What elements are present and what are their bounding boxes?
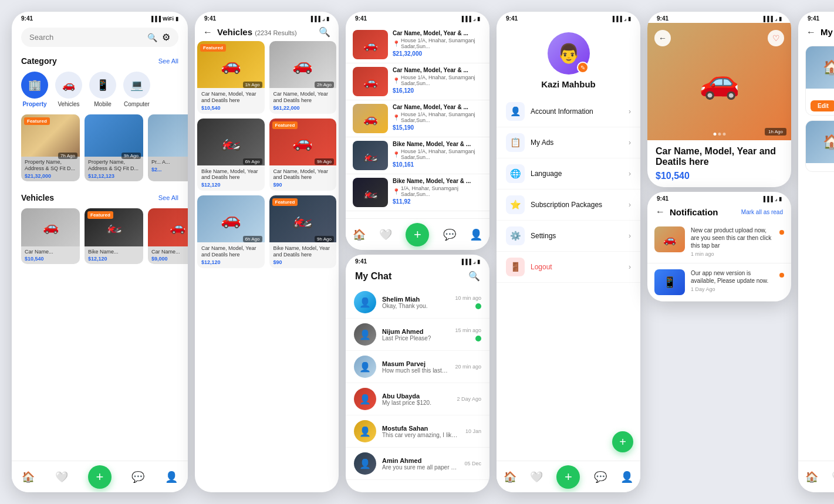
detail-car-price: $10,540: [656, 171, 783, 181]
notif-dot-2: [779, 273, 784, 278]
nav-heart-3[interactable]: 🤍: [379, 228, 392, 241]
cat-mobile[interactable]: 📱 Mobile: [89, 72, 116, 107]
phone-chat: 9:41 ▐▐▐ ⌟ ▮ My Chat 🔍 👤 Shelim Miah Oka…: [346, 255, 489, 492]
category-see-all[interactable]: See All: [158, 57, 178, 65]
chat-time-2: 15 min ago: [455, 327, 481, 333]
nav-profile-4[interactable]: 👤: [620, 471, 633, 483]
vgrid-time-4: 9h Ago: [315, 158, 334, 165]
featured-badge-1: Featured: [24, 117, 50, 125]
ad-item-2[interactable]: 🚗 Car Name, Model, Year & ... 📍 House 1/…: [346, 63, 489, 100]
menu-logout[interactable]: 🚪 Logout ›: [497, 252, 640, 283]
ad-item-5[interactable]: 🏍️ Bike Name, Model, Year & ... 📍 1/A, H…: [346, 174, 489, 211]
vehicle-price-3: $9,000: [151, 256, 188, 262]
chat-avatar-1: 👤: [354, 291, 376, 313]
time-5: 9:41: [657, 15, 668, 22]
vehicle-img-3: 🚗: [148, 208, 188, 246]
vgrid-item-5[interactable]: 🚗 6h Ago Car Name, Model, Year and Deati…: [197, 195, 265, 268]
vehicle-item-2[interactable]: 🏍️ Featured Bike Name... $12,120: [85, 208, 143, 265]
ad-location-1: 📍 House 1/A, Hnahar, Sunamganj Sadar,Sun…: [393, 38, 482, 49]
chat-item-2[interactable]: 👤 Nijum Ahmed Last Price Please? 15 min …: [346, 319, 489, 351]
nav-chat[interactable]: 💬: [131, 471, 144, 483]
mark-all-read[interactable]: Mark all as read: [741, 209, 783, 215]
nav-add-fab-4[interactable]: +: [556, 465, 580, 489]
chat-item-5[interactable]: 👤 Mostufa Sahan This car very amazing, I…: [346, 415, 489, 448]
nav-chat-4[interactable]: 💬: [594, 471, 607, 483]
nav-chat-3[interactable]: 💬: [443, 228, 456, 241]
search-icon[interactable]: 🔍: [147, 33, 157, 42]
wifi-notif: ⌟: [775, 196, 777, 202]
nav-home-3[interactable]: 🏠: [353, 228, 366, 241]
vehicles-search-icon[interactable]: 🔍: [319, 26, 330, 38]
vehicles-see-all[interactable]: See All: [158, 194, 178, 201]
my-ads-card-2[interactable]: 🏠 House Name, SQ Fit a... 📍 House No 1/A…: [805, 120, 834, 172]
vgrid-item-6[interactable]: 🏍️ Featured 9h Ago Bike Name, Model, Yea…: [269, 195, 337, 268]
featured-item-3[interactable]: Pr... A... $2...: [148, 114, 188, 181]
notif-item-1[interactable]: 🚗 New car product upload now, are you se…: [647, 221, 791, 263]
vehicle-item-1[interactable]: 🚗 Car Name... $10,540: [21, 208, 80, 265]
ad-item-3[interactable]: 🚗 Car Name, Model, Year & ... 📍 House 1/…: [346, 100, 489, 137]
dot-3: [722, 133, 725, 136]
cat-vehicles[interactable]: 🚗 Vehicles: [55, 72, 82, 107]
menu-account-info[interactable]: 👤 Account Information ›: [497, 96, 640, 127]
search-input[interactable]: [29, 33, 143, 42]
language-icon: 🌐: [506, 164, 525, 183]
vgrid-item-2[interactable]: 🚗 2h Ago Car Name, Model, Year and Deati…: [269, 41, 337, 114]
cat-computer[interactable]: 💻 Computer: [123, 72, 150, 107]
chat-item-6[interactable]: 👤 Amin Ahmed Are you sure me all paper o…: [346, 448, 489, 480]
nav-heart-6[interactable]: 🤍: [832, 471, 834, 483]
car-detail-hero: 🚗 ← ♡ 1h Ago: [647, 23, 791, 140]
ad-price-3: $15,190: [393, 124, 482, 131]
nav-home-4[interactable]: 🏠: [504, 471, 516, 483]
featured-item-1[interactable]: Featured 7h Ago Property Name, Address &…: [21, 114, 80, 181]
profile-fab[interactable]: +: [612, 431, 633, 452]
chat-avatar-5: 👤: [354, 420, 376, 442]
phone-ad-list: 9:41 ▐▐▐ ⌟ ▮ 🚗 Car Name, Model, Year & .…: [346, 12, 489, 250]
my-ads-back-btn[interactable]: ←: [806, 27, 816, 38]
nav-heart[interactable]: 🤍: [55, 471, 68, 483]
filter-icon[interactable]: ⚙: [162, 32, 170, 43]
vgrid-item-4[interactable]: 🚗 Featured 9h Ago Car Name, Model, Year …: [269, 119, 337, 191]
time-2: 9:41: [204, 15, 216, 22]
nav-heart-4[interactable]: 🤍: [530, 471, 543, 483]
chat-search-icon[interactable]: 🔍: [468, 270, 480, 282]
chat-header: My Chat 🔍: [346, 266, 489, 286]
detail-fav-btn[interactable]: ♡: [768, 30, 784, 46]
menu-language[interactable]: 🌐 Language ›: [497, 158, 640, 190]
ad-item-1[interactable]: 🚗 Car Name, Model, Year & ... 📍 House 1/…: [346, 26, 489, 63]
menu-my-ads[interactable]: 📋 My Ads ›: [497, 127, 640, 158]
ad-list: 🚗 Car Name, Model, Year & ... 📍 House 1/…: [346, 23, 489, 215]
notif-back-btn[interactable]: ←: [656, 207, 665, 217]
chat-name-3: Masum Parvej: [382, 360, 449, 367]
chat-item-3[interactable]: 👤 Masum Parvej How much sell this last p…: [346, 351, 489, 383]
ad-item-4[interactable]: 🏍️ Bike Name, Model, Year & ... 📍 House …: [346, 137, 489, 174]
chevron-subscription: ›: [629, 201, 631, 209]
nav-profile[interactable]: 👤: [165, 471, 178, 483]
notif-item-2[interactable]: 📱 Our app new version is available, Plea…: [647, 263, 791, 302]
back-btn-2[interactable]: ←: [203, 27, 212, 38]
edit-btn-1[interactable]: Edit: [811, 100, 834, 111]
wifi-chat: ⌟: [473, 259, 475, 265]
status-bar-notif: 9:41 ▐▐▐ ⌟ ▮: [647, 192, 791, 203]
vgrid-item-1[interactable]: 🚗 Featured 1h Ago Car Name, Model, Year …: [197, 41, 265, 114]
nav-profile-3[interactable]: 👤: [470, 228, 482, 241]
detail-back-btn[interactable]: ←: [654, 30, 671, 46]
vgrid-item-3[interactable]: 🏍️ 6h Ago Bike Name, Model, Year and Dea…: [197, 119, 265, 191]
status-bar-chat: 9:41 ▐▐▐ ⌟ ▮: [346, 255, 489, 266]
menu-settings[interactable]: ⚙️ Settings ›: [497, 221, 640, 252]
my-ads-card-1[interactable]: 🏠 House Name, SQ Fit a... 📍 House No 1/A…: [805, 46, 834, 116]
search-bar[interactable]: 🔍 ⚙: [21, 28, 178, 47]
nav-add-fab[interactable]: +: [88, 465, 112, 489]
menu-subscription[interactable]: ⭐ Subscription Packages ›: [497, 190, 640, 221]
chat-item-4[interactable]: 👤 Abu Ubayda My last price $120. 2 Day A…: [346, 383, 489, 415]
vehicle-item-3[interactable]: 🚗 Car Name... $9,000: [148, 208, 188, 265]
featured-time-2: 9h Ago: [121, 153, 141, 159]
profile-edit-badge[interactable]: ✎: [577, 62, 589, 73]
nav-home[interactable]: 🏠: [22, 471, 35, 483]
featured-item-2[interactable]: 9h Ago Property Name, Address & SQ Fit D…: [85, 114, 143, 181]
chat-item-1[interactable]: 👤 Shelim Miah Okay, Thank you. 10 min ag…: [346, 286, 489, 319]
featured-price-1: $21,32,000: [25, 173, 76, 179]
nav-home-6[interactable]: 🏠: [805, 471, 818, 483]
nav-add-fab-3[interactable]: +: [406, 223, 429, 246]
cat-property[interactable]: 🏢 Property: [21, 72, 48, 107]
status-bar-5: 9:41 ▐▐▐ ⌟ ▮: [647, 12, 791, 23]
